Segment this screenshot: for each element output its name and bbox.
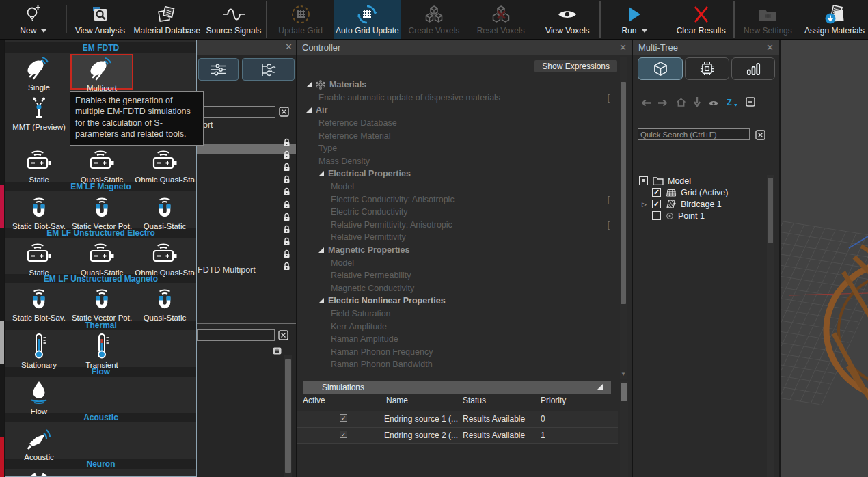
tree-row-field-saturation[interactable]: Field Saturation (297, 308, 618, 321)
table-row-endring-source-1[interactable]: ✓Endring source 1 (...Results Available0 (297, 411, 618, 427)
clear-search-icon[interactable] (278, 106, 289, 117)
tree-row-electric-conductivity[interactable]: Electric Conductivity (297, 206, 618, 219)
dropdown-caret-icon[interactable] (41, 29, 46, 33)
back-arrow-icon[interactable] (640, 97, 651, 109)
toolbar-button-source-signals[interactable]: Source Signals (200, 0, 267, 39)
column-header-name[interactable]: Name (386, 396, 408, 411)
scrollbar-thumb[interactable] (621, 82, 626, 304)
menu-item-mmt-preview[interactable]: MMT (Preview) (8, 92, 70, 145)
close-icon[interactable]: ✕ (766, 42, 774, 53)
expand-arrow-icon[interactable]: ▷ (642, 201, 647, 208)
tree-row-mass-density[interactable]: Mass Density (297, 155, 618, 168)
menu-item-single[interactable]: Single (8, 53, 70, 92)
toolbar-button-view-voxels[interactable]: View Voxels (534, 0, 601, 39)
clear-search-icon[interactable] (755, 129, 765, 140)
tree-row-reference-material[interactable]: Reference Material (297, 129, 618, 142)
eye-icon[interactable] (708, 97, 719, 109)
scrollbar-thumb[interactable] (621, 383, 627, 401)
expander-caret[interactable] (306, 82, 312, 87)
tree-row-relative-permittivity[interactable]: Relative Permittivity (297, 231, 618, 244)
menu-item-flow[interactable]: Flow (8, 377, 70, 413)
down-arrow-icon[interactable] (694, 97, 701, 109)
menu-item-ohmic-quasi-sta[interactable]: Ohmic Quasi-Sta (133, 238, 196, 274)
tree-row-relative-permittivity-anisotropic[interactable]: Relative Permittivity: Anisotropic[ (297, 219, 618, 232)
view-button-chip[interactable] (685, 57, 729, 80)
expander-caret[interactable] (306, 107, 312, 113)
tree-row-enable-automatic-update-of-dispersive-materials[interactable]: Enable automatic update of dispersive ma… (297, 92, 618, 105)
menu-item-static-biot-sav[interactable]: Static Biot-Sav. (8, 191, 70, 228)
explorer-filter-input[interactable] (197, 329, 275, 341)
tree-row-electrical-properties[interactable]: Electrical Properties (297, 167, 618, 180)
z-order-icon[interactable]: Z (727, 97, 738, 109)
scrollbar[interactable] (767, 175, 774, 477)
menu-item-transient[interactable]: Transient (70, 330, 133, 367)
tree-row-reference-database[interactable]: Reference Database (297, 117, 618, 130)
collapse-triangle-icon[interactable] (597, 384, 603, 390)
menu-item-item[interactable] (8, 469, 70, 477)
active-checkbox[interactable]: ✓ (340, 431, 347, 438)
tree-row-model[interactable]: Model (297, 180, 618, 193)
toolbar-button-reset-voxels[interactable]: Reset Voxels (467, 0, 534, 39)
tree-row-model[interactable]: Model (297, 256, 618, 269)
tree-row-relative-permeability[interactable]: Relative Permeability (297, 269, 618, 282)
menu-item-quasi-static[interactable]: Quasi-Static (70, 238, 133, 274)
tree-row-type[interactable]: Type (297, 142, 618, 155)
viewport-3d[interactable] (779, 40, 868, 477)
expander-caret[interactable] (318, 247, 324, 253)
tree-row-birdcage-1[interactable]: ▷✓Birdcage 1 (633, 198, 767, 210)
close-icon[interactable]: ✕ (619, 42, 627, 53)
show-expressions-button[interactable]: Show Expressions (534, 60, 617, 72)
menu-item-quasi-static[interactable]: Quasi-Static (133, 191, 196, 228)
toolbar-button-material-database[interactable]: Material Database (133, 0, 200, 39)
menu-item-multiport[interactable]: Multiport (70, 54, 133, 90)
tree-row-raman-amplitude[interactable]: Raman Amplitude (297, 333, 618, 346)
toolbar-button-new[interactable]: New (0, 0, 67, 39)
toolbar-button-clear-results[interactable]: Clear Results (668, 0, 735, 39)
node-checkbox[interactable]: ✓ (652, 200, 661, 208)
menu-item-static[interactable]: Static (8, 145, 70, 182)
menu-item-static-vector-pot[interactable]: Static Vector Pot. (70, 283, 133, 321)
active-checkbox[interactable]: ✓ (340, 414, 347, 422)
menu-item-quasi-static[interactable]: Quasi-Static (133, 283, 196, 321)
column-header-status[interactable]: Status (463, 396, 486, 411)
scrollbar-thumb[interactable] (285, 359, 291, 473)
tree-row-magnetic-properties[interactable]: Magnetic Properties (297, 244, 618, 257)
toolbar-button-run[interactable]: Run (601, 0, 668, 39)
toolbar-button-new-settings[interactable]: New Settings (735, 0, 802, 39)
scrollbar-thumb[interactable] (768, 178, 773, 243)
tree-row-kerr-amplitude[interactable]: Kerr Amplitude (297, 320, 618, 333)
view-button-cube[interactable] (638, 57, 683, 80)
lock-badge-icon[interactable] (273, 345, 282, 357)
expander-caret[interactable] (318, 171, 324, 176)
forward-arrow-icon[interactable] (658, 97, 668, 109)
scrollbar[interactable] (620, 381, 628, 477)
tree-row-electric-nonlinear-properties[interactable]: Electric Nonlinear Properties (297, 295, 618, 308)
node-checkbox[interactable]: ✓ (652, 188, 661, 197)
view-button-bar-chart[interactable] (731, 57, 775, 80)
scrollbar[interactable] (284, 355, 292, 477)
tree-row-point-1[interactable]: Point 1 (633, 210, 767, 221)
close-icon[interactable]: ✕ (285, 42, 293, 52)
selected-row-highlight[interactable] (197, 144, 296, 154)
tree-row-grid-active[interactable]: ✓Grid (Active) (633, 187, 767, 198)
toolbar-button-create-voxels[interactable]: Create Voxels (401, 0, 467, 39)
tree-row-magnetic-conductivity[interactable]: Magnetic Conductivity (297, 282, 618, 295)
toolbar-button-update-grid[interactable]: Update Grid (267, 0, 334, 39)
tree-row-raman-phonon-bandwidth[interactable]: Raman Phonon Bandwidth (297, 358, 618, 371)
toolbar-button-view-analysis[interactable]: View Analysis (67, 0, 134, 39)
tree-row-materials[interactable]: Materials (297, 79, 618, 92)
simulations-header[interactable]: Simulations (303, 381, 611, 394)
tree-row-electric-conductivity-anisotropic[interactable]: Electric Conductivity: Anisotropic[ (297, 193, 618, 206)
toolbar-button-auto-grid-update[interactable]: Auto Grid Update (334, 0, 401, 39)
menu-item-ohmic-quasi-sta[interactable]: Ohmic Quasi-Sta (133, 145, 196, 182)
tree-view-button[interactable] (242, 58, 295, 81)
menu-item-static-biot-sav[interactable]: Static Biot-Sav. (8, 283, 70, 321)
collapse-box-icon[interactable] (746, 97, 755, 109)
tree-row-model[interactable]: Model (633, 175, 767, 187)
menu-item-acoustic[interactable]: Acoustic (8, 422, 70, 459)
menu-item-quasi-static[interactable]: Quasi-Static (70, 145, 133, 182)
explorer-search-input[interactable] (197, 106, 275, 118)
quick-search-input[interactable] (638, 128, 750, 140)
menu-item-stationary[interactable]: Stationary (8, 330, 70, 367)
menu-item-static-vector-pot[interactable]: Static Vector Pot. (70, 191, 133, 228)
